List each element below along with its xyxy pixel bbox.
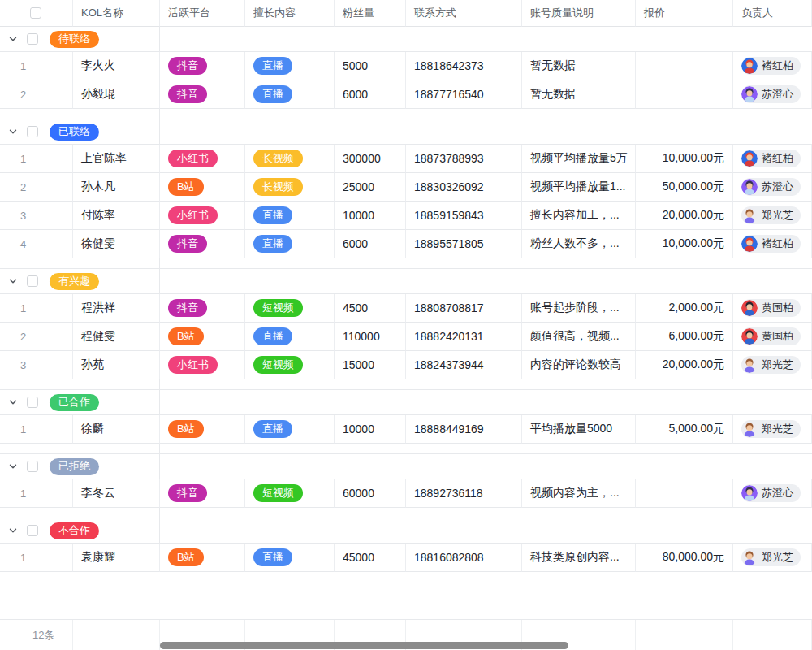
- group-select-checkbox[interactable]: [27, 126, 38, 137]
- kol-name-cell[interactable]: 程洪祥: [73, 294, 160, 323]
- fans-cell[interactable]: 6000: [335, 80, 406, 109]
- chevron-down-icon[interactable]: [6, 276, 19, 286]
- column-header-fans[interactable]: 粉丝量: [335, 0, 406, 27]
- fans-cell[interactable]: 10000: [335, 202, 406, 230]
- price-cell[interactable]: 6,000.00元: [636, 323, 733, 351]
- contact-cell[interactable]: 18816082808: [406, 544, 522, 572]
- quality-cell[interactable]: 平均播放量5000: [522, 415, 636, 444]
- contact-cell[interactable]: 18818642373: [406, 52, 522, 80]
- kol-name-cell[interactable]: 上官陈率: [73, 145, 160, 173]
- fans-cell[interactable]: 15000: [335, 351, 406, 379]
- price-cell[interactable]: 20,000.00元: [636, 202, 733, 230]
- content-cell[interactable]: 直播: [245, 230, 335, 258]
- kol-name-cell[interactable]: 程健雯: [73, 323, 160, 351]
- fans-cell[interactable]: 45000: [335, 544, 406, 572]
- fans-cell[interactable]: 60000: [335, 479, 406, 508]
- price-cell[interactable]: 20,000.00元: [636, 351, 733, 379]
- quality-cell[interactable]: 颜值很高，视频...: [522, 323, 636, 351]
- owner-cell[interactable]: 褚红柏: [733, 145, 812, 173]
- platform-cell[interactable]: B站: [160, 415, 245, 444]
- owner-cell[interactable]: 郑光芝: [733, 351, 812, 379]
- content-cell[interactable]: 直播: [245, 202, 335, 230]
- fans-cell[interactable]: 300000: [335, 145, 406, 173]
- platform-cell[interactable]: B站: [160, 323, 245, 351]
- quality-cell[interactable]: 视频内容为主，...: [522, 479, 636, 508]
- contact-cell[interactable]: 18873788993: [406, 145, 522, 173]
- platform-cell[interactable]: 小红书: [160, 202, 245, 230]
- chevron-down-icon[interactable]: [6, 526, 19, 535]
- quality-cell[interactable]: 科技类原创内容...: [522, 544, 636, 572]
- price-cell[interactable]: 10,000.00元: [636, 230, 733, 258]
- price-cell[interactable]: 80,000.00元: [636, 544, 733, 572]
- owner-cell[interactable]: 褚红柏: [733, 230, 812, 258]
- chevron-down-icon[interactable]: [6, 397, 19, 407]
- quality-cell[interactable]: 擅长内容加工，...: [522, 202, 636, 230]
- column-header-quality[interactable]: 账号质量说明: [522, 0, 636, 27]
- chevron-down-icon[interactable]: [6, 127, 19, 136]
- group-select-checkbox[interactable]: [27, 33, 38, 45]
- quality-cell[interactable]: 暂无数据: [522, 80, 636, 109]
- fans-cell[interactable]: 6000: [335, 230, 406, 258]
- contact-cell[interactable]: 18859159843: [406, 202, 522, 230]
- kol-name-cell[interactable]: 徐健雯: [73, 230, 160, 258]
- contact-cell[interactable]: 18824373944: [406, 351, 522, 379]
- kol-name-cell[interactable]: 李冬云: [73, 479, 160, 508]
- platform-cell[interactable]: 抖音: [160, 479, 245, 508]
- quality-cell[interactable]: 视频平均播放量1...: [522, 173, 636, 202]
- platform-cell[interactable]: B站: [160, 173, 245, 202]
- group-header-已合作[interactable]: 已合作: [0, 390, 812, 415]
- content-cell[interactable]: 直播: [245, 415, 335, 444]
- owner-cell[interactable]: 郑光芝: [733, 415, 812, 444]
- contact-cell[interactable]: 18877716540: [406, 80, 522, 109]
- kol-name-cell[interactable]: 孙苑: [73, 351, 160, 379]
- owner-cell[interactable]: 郑光芝: [733, 544, 812, 572]
- group-header-待联络[interactable]: 待联络: [0, 27, 812, 52]
- quality-cell[interactable]: 暂无数据: [522, 52, 636, 80]
- content-cell[interactable]: 直播: [245, 323, 335, 351]
- group-select-checkbox[interactable]: [27, 525, 38, 536]
- price-cell[interactable]: 2,000.00元: [636, 294, 733, 323]
- platform-cell[interactable]: 小红书: [160, 351, 245, 379]
- chevron-down-icon[interactable]: [6, 462, 19, 471]
- group-header-不合作[interactable]: 不合作: [0, 518, 812, 544]
- column-header-content[interactable]: 擅长内容: [245, 0, 335, 27]
- group-select-checkbox[interactable]: [27, 461, 38, 472]
- owner-cell[interactable]: 郑光芝: [733, 202, 812, 230]
- fans-cell[interactable]: 4500: [335, 294, 406, 323]
- owner-cell[interactable]: 黄国柏: [733, 323, 812, 351]
- kol-name-cell[interactable]: 袁康耀: [73, 544, 160, 572]
- column-header-owner[interactable]: 负责人: [733, 0, 812, 27]
- quality-cell[interactable]: 视频平均播放量5万: [522, 145, 636, 173]
- kol-name-cell[interactable]: 付陈率: [73, 202, 160, 230]
- owner-cell[interactable]: 苏澄心: [733, 80, 812, 109]
- column-header-price[interactable]: 报价: [636, 0, 733, 27]
- platform-cell[interactable]: 抖音: [160, 230, 245, 258]
- fans-cell[interactable]: 110000: [335, 323, 406, 351]
- content-cell[interactable]: 短视频: [245, 479, 335, 508]
- kol-name-cell[interactable]: 李火火: [73, 52, 160, 80]
- fans-cell[interactable]: 5000: [335, 52, 406, 80]
- content-cell[interactable]: 直播: [245, 544, 335, 572]
- column-header-platform[interactable]: 活跃平台: [160, 0, 245, 27]
- kol-name-cell[interactable]: 孙木凡: [73, 173, 160, 202]
- kol-name-cell[interactable]: 孙毅琨: [73, 80, 160, 109]
- contact-cell[interactable]: 18892736118: [406, 479, 522, 508]
- content-cell[interactable]: 长视频: [245, 145, 335, 173]
- platform-cell[interactable]: 小红书: [160, 145, 245, 173]
- owner-cell[interactable]: 黄国柏: [733, 294, 812, 323]
- column-header-kol-name[interactable]: KOL名称: [73, 0, 160, 27]
- content-cell[interactable]: 直播: [245, 80, 335, 109]
- contact-cell[interactable]: 18808708817: [406, 294, 522, 323]
- quality-cell[interactable]: 内容的评论数较高: [522, 351, 636, 379]
- fans-cell[interactable]: 25000: [335, 173, 406, 202]
- price-cell[interactable]: 5,000.00元: [636, 415, 733, 444]
- owner-cell[interactable]: 褚红柏: [733, 52, 812, 80]
- owner-cell[interactable]: 苏澄心: [733, 479, 812, 508]
- group-header-已拒绝[interactable]: 已拒绝: [0, 454, 812, 479]
- select-all-checkbox[interactable]: [30, 7, 41, 19]
- kol-name-cell[interactable]: 徐麟: [73, 415, 160, 444]
- platform-cell[interactable]: 抖音: [160, 294, 245, 323]
- group-header-已联络[interactable]: 已联络: [0, 119, 812, 145]
- contact-cell[interactable]: 18830326092: [406, 173, 522, 202]
- quality-cell[interactable]: 账号起步阶段，...: [522, 294, 636, 323]
